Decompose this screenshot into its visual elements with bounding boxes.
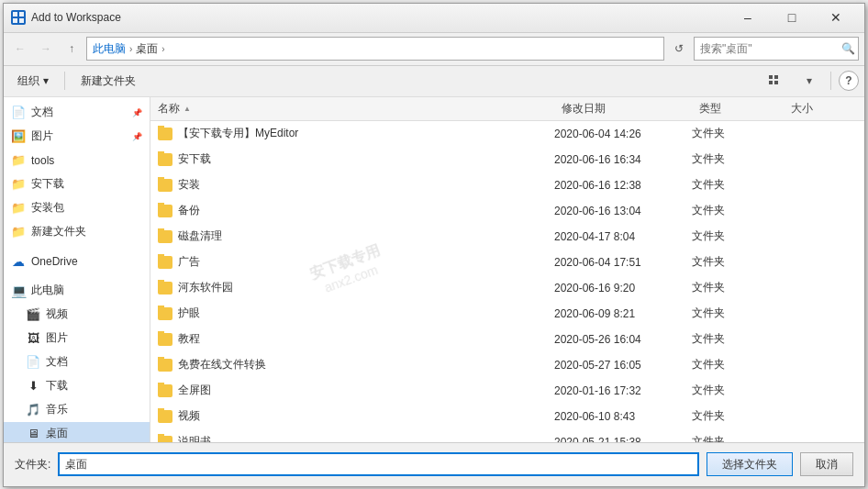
folder-icon [158,128,172,140]
table-row[interactable]: 安装 2020-06-16 12:38 文件夹 [150,172,864,198]
help-button[interactable]: ? [839,71,859,91]
table-row[interactable]: 广告 2020-06-04 17:51 文件夹 [150,250,864,275]
refresh-button[interactable]: ↺ [668,38,690,60]
table-row[interactable]: 视频 2020-06-10 8:43 文件夹 [150,404,864,429]
minimize-button[interactable]: – [727,6,769,28]
folder-icon-anzhuangbao: 📁 [11,201,26,216]
svg-rect-3 [19,18,24,23]
search-icon[interactable]: 🔍 [841,42,855,55]
organize-label: 组织 [17,73,39,89]
table-row[interactable]: 备份 2020-06-16 13:04 文件夹 [150,198,864,224]
folder-icon-newfolder: 📁 [11,225,26,239]
download-icon: ⬇ [26,379,40,394]
doc-icon: 📄 [26,355,40,370]
breadcrumb-item-pc[interactable]: 此电脑 [93,41,126,57]
table-row[interactable]: 说明书 2020-05-21 15:38 文件夹 [150,429,864,442]
app-icon [11,10,26,25]
document-icon: 📄 [11,106,26,120]
svg-rect-7 [774,81,778,84]
toolbar-separator [64,72,65,90]
address-bar: ← → ↑ 此电脑 › 桌面 › ↺ 🔍 [4,33,864,66]
music-icon: 🎵 [26,403,40,417]
table-row[interactable]: 【安下载专用】MyEditor 2020-06-04 14:26 文件夹 [150,121,864,147]
sort-icon: ▲ [184,105,191,113]
table-row[interactable]: 全屏图 2020-01-16 17:32 文件夹 [150,378,864,404]
sidebar-item-music[interactable]: 🎵 音乐 [4,398,150,422]
folder-icon [158,256,172,269]
col-header-date[interactable]: 修改日期 [558,97,696,120]
table-row[interactable]: 河东软件园 2020-06-16 9:20 文件夹 [150,275,864,301]
folder-input[interactable] [58,452,699,476]
table-row[interactable]: 免费在线文件转换 2020-05-27 16:05 文件夹 [150,352,864,378]
table-row[interactable]: 护眼 2020-06-09 8:21 文件夹 [150,301,864,327]
folder-icon [158,179,172,192]
pic-icon: 🖼 [26,331,40,346]
file-list-body: 【安下载专用】MyEditor 2020-06-04 14:26 文件夹 安下载… [150,121,864,442]
cancel-button[interactable]: 取消 [800,452,853,476]
sidebar-item-thispc[interactable]: 💻 此电脑 [4,279,150,303]
window-controls: – □ ✕ [727,6,857,28]
folder-icon [158,436,172,442]
sidebar-item-documents[interactable]: 📄 文档 📌 [4,101,150,125]
pin-icon: 📌 [132,108,142,117]
svg-rect-1 [19,12,24,17]
pin-icon2: 📌 [132,132,142,141]
organize-button[interactable]: 组织 ▾ [9,69,57,93]
svg-rect-2 [13,18,17,23]
table-row[interactable]: 教程 2020-05-26 16:04 文件夹 [150,327,864,352]
up-button[interactable]: ↑ [61,38,83,60]
close-button[interactable]: ✕ [815,6,857,28]
forward-button[interactable]: → [35,38,57,60]
folder-icon [158,307,172,320]
svg-rect-6 [769,81,773,84]
sidebar-item-desktop[interactable]: 🖥 桌面 [4,422,150,442]
folder-icon [158,230,172,243]
dialog: Add to Workspace – □ ✕ ← → ↑ 此电脑 › 桌面 › … [3,3,865,487]
sidebar-item-tools[interactable]: 📁 tools [4,149,150,172]
sidebar-item-onedrive[interactable]: ☁ OneDrive [4,250,150,273]
toolbar-separator2 [830,72,831,90]
folder-icon-tools: 📁 [11,153,26,168]
sidebar-item-pictures[interactable]: 🖼️ 图片 📌 [4,125,150,149]
sidebar-item-video[interactable]: 🎬 视频 [4,303,150,327]
view-button[interactable] [761,69,788,93]
file-list-header: 名称 ▲ 修改日期 类型 大小 [150,97,864,121]
sidebar-item-download[interactable]: ⬇ 下载 [4,374,150,398]
view-dropdown-button[interactable]: ▾ [796,69,823,93]
select-folder-button[interactable]: 选择文件夹 [707,452,793,476]
sidebar: 📄 文档 📌 🖼️ 图片 📌 📁 tools 📁 安下载 📁 安装包 [4,97,150,442]
maximize-button[interactable]: □ [771,6,813,28]
breadcrumb[interactable]: 此电脑 › 桌面 › [86,37,664,61]
sidebar-item-anxia[interactable]: 📁 安下载 [4,172,150,196]
table-row[interactable]: 安下载 2020-06-16 16:34 文件夹 [150,147,864,172]
toolbar: 组织 ▾ 新建文件夹 ▾ ? [4,66,864,97]
breadcrumb-item-desktop: 桌面 [136,41,158,57]
sidebar-item-pic[interactable]: 🖼 图片 [4,327,150,350]
col-header-name[interactable]: 名称 ▲ [154,97,558,120]
folder-icon [158,410,172,423]
svg-rect-5 [774,75,778,79]
organize-arrow: ▾ [43,74,49,87]
table-row[interactable]: 磁盘清理 2020-04-17 8:04 文件夹 [150,224,864,250]
desktop-icon: 🖥 [26,427,40,441]
search-input[interactable] [700,42,838,55]
back-button[interactable]: ← [9,38,31,60]
search-box: 🔍 [694,37,859,61]
video-icon: 🎬 [26,307,40,322]
folder-icon [158,359,172,372]
onedrive-icon: ☁ [11,254,26,269]
new-folder-button[interactable]: 新建文件夹 [72,69,144,93]
folder-icon [158,384,172,397]
folder-icon [158,282,172,295]
new-folder-label: 新建文件夹 [81,73,136,89]
sidebar-item-doc[interactable]: 📄 文档 [4,350,150,374]
dialog-title: Add to Workspace [31,11,727,24]
col-header-type[interactable]: 类型 [696,97,787,120]
computer-icon: 💻 [11,283,26,298]
main-content: 📄 文档 📌 🖼️ 图片 📌 📁 tools 📁 安下载 📁 安装包 [4,97,864,442]
sidebar-item-anzhuangbao[interactable]: 📁 安装包 [4,196,150,220]
col-header-size[interactable]: 大小 [787,97,861,120]
picture-icon: 🖼️ [11,129,26,144]
sidebar-item-newfolder[interactable]: 📁 新建文件夹 [4,220,150,244]
folder-icon [158,205,172,217]
